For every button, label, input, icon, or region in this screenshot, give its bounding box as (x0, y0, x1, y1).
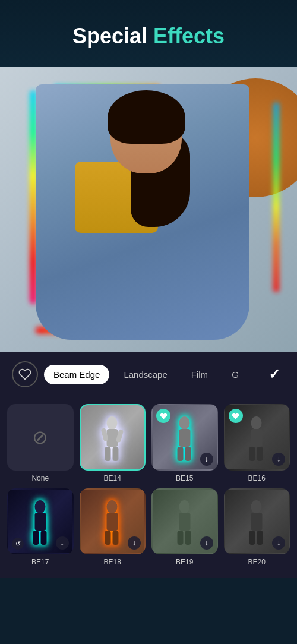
svg-point-22 (179, 500, 189, 513)
effects-tabs: Beam Edge Landscape Film G (44, 365, 258, 384)
heart-badge-be16 (229, 409, 243, 423)
download-badge-be20: ↓ (272, 536, 285, 550)
effect-thumb-be14 (80, 404, 146, 471)
svg-rect-28 (249, 531, 255, 545)
svg-rect-24 (177, 531, 183, 545)
effect-be16[interactable]: ↓ BE16 (224, 404, 290, 482)
svg-point-10 (251, 416, 262, 430)
effect-thumb-be19: ↓ (151, 488, 218, 555)
page-title: Special Effects (12, 24, 285, 49)
confirm-button[interactable]: ✓ (264, 364, 285, 385)
download-icon-be18: ↓ (132, 539, 136, 547)
svg-rect-23 (179, 513, 190, 531)
effect-be18[interactable]: ↓ BE18 (80, 488, 146, 567)
svg-rect-17 (40, 531, 46, 545)
download-badge-be15: ↓ (200, 453, 213, 466)
effect-label-be16: BE16 (248, 474, 266, 482)
download-icon-be17: ↓ (61, 539, 64, 547)
effect-label-be14: BE14 (104, 474, 121, 482)
effect-label-be19: BE19 (176, 558, 193, 566)
effect-be17[interactable]: ↺ ↓ BE17 (7, 488, 74, 567)
effect-be19[interactable]: ↓ BE19 (151, 488, 218, 567)
svg-rect-15 (34, 513, 46, 531)
person-figure (36, 84, 249, 340)
check-icon: ✓ (268, 366, 280, 383)
svg-rect-3 (113, 447, 119, 461)
svg-rect-12 (249, 447, 255, 461)
svg-rect-25 (185, 531, 191, 545)
effect-label-be15: BE15 (176, 474, 193, 482)
effect-label-none: None (31, 474, 49, 482)
svg-rect-19 (107, 513, 118, 531)
heart-icon (18, 368, 31, 381)
svg-rect-27 (251, 513, 263, 531)
heart-icon-be15 (160, 412, 168, 420)
main-image-area (0, 67, 297, 352)
tab-landscape[interactable]: Landscape (114, 365, 176, 384)
download-badge-be19: ↓ (200, 536, 213, 550)
person-hair (108, 90, 185, 144)
svg-rect-11 (251, 429, 263, 447)
svg-point-26 (251, 500, 262, 513)
svg-rect-16 (33, 531, 39, 545)
svg-point-14 (34, 500, 45, 513)
thumb-person-be14 (99, 416, 126, 463)
effect-be14[interactable]: BE14 (80, 404, 146, 482)
header: Special Effects (0, 0, 297, 67)
thumb-person-be16 (244, 416, 270, 463)
effect-none[interactable]: ⊘ None (7, 404, 74, 482)
svg-rect-8 (177, 447, 183, 461)
title-highlight: Effects (153, 24, 225, 48)
effect-thumb-be20: ↓ (224, 488, 290, 555)
effect-be15[interactable]: ↓ BE15 (151, 404, 218, 482)
download-icon-be15: ↓ (205, 455, 208, 463)
heart-icon-be16 (232, 412, 239, 420)
thumb-person-be19 (171, 500, 198, 547)
effects-grid: ⊘ None BE14 (7, 404, 290, 566)
tab-film[interactable]: Film (182, 365, 217, 384)
download-icon-be16: ↓ (277, 455, 280, 463)
thumb-person-be17 (27, 500, 53, 547)
tab-beam-edge[interactable]: Beam Edge (44, 365, 109, 384)
svg-rect-13 (257, 447, 263, 461)
effects-grid-container: ⊘ None BE14 (0, 397, 297, 578)
download-icon-be19: ↓ (205, 539, 208, 547)
svg-rect-21 (113, 531, 119, 545)
heart-badge-be15 (156, 409, 170, 423)
person-container (0, 67, 297, 352)
svg-rect-7 (179, 429, 190, 447)
effect-thumb-be18: ↓ (80, 488, 146, 555)
effect-thumb-none: ⊘ (7, 404, 74, 471)
svg-point-18 (107, 500, 118, 513)
ban-icon: ⊘ (32, 426, 48, 449)
thumb-person-be15 (171, 416, 198, 463)
download-icon-be20: ↓ (277, 539, 280, 547)
download-badge-be17: ↓ (56, 536, 69, 550)
download-badge-be16: ↓ (272, 453, 285, 466)
svg-rect-2 (105, 447, 111, 461)
tab-g[interactable]: G (222, 365, 248, 384)
svg-point-6 (179, 416, 189, 430)
download-badge-be18: ↓ (128, 536, 141, 550)
effect-label-be17: BE17 (31, 558, 49, 566)
effect-label-be20: BE20 (248, 558, 266, 566)
controls-bar: Beam Edge Landscape Film G ✓ (0, 352, 297, 397)
effect-be20[interactable]: ↓ BE20 (224, 488, 290, 567)
title-plain: Special (72, 24, 153, 48)
effect-thumb-be17: ↺ ↓ (7, 488, 74, 555)
thumb-person-be18 (99, 500, 126, 547)
effect-thumb-be16: ↓ (224, 404, 290, 471)
rotate-badge-be17: ↺ (12, 538, 24, 550)
favorite-button[interactable] (12, 361, 38, 387)
svg-rect-29 (257, 531, 263, 545)
svg-point-0 (107, 416, 118, 430)
svg-rect-1 (107, 429, 118, 447)
svg-rect-9 (185, 447, 191, 461)
thumb-person-be20 (244, 500, 270, 547)
effect-thumb-be15: ↓ (151, 404, 218, 471)
svg-rect-20 (105, 531, 111, 545)
effect-label-be18: BE18 (104, 558, 121, 566)
